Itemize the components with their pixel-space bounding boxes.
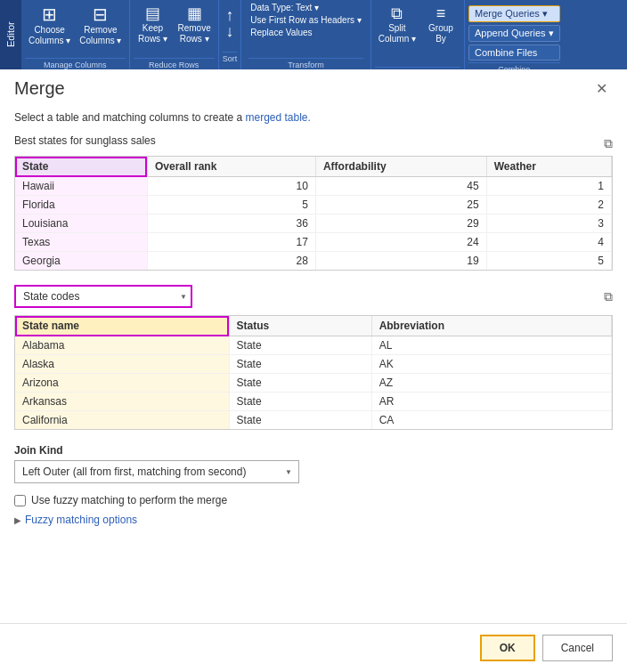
table2-col-status-header[interactable]: Status [229, 316, 371, 336]
first-row-headers-label: Use First Row as Headers ▾ [250, 15, 361, 25]
choose-columns-label: ChooseColumns ▾ [28, 25, 70, 46]
manage-columns-label: Manage Columns [25, 58, 126, 69]
merge-queries-button[interactable]: Merge Queries ▾ [468, 5, 560, 22]
dialog-title: Merge [14, 78, 65, 99]
table2-row4-abbr: AR [371, 393, 611, 411]
manage-columns-section: ⊞ ChooseColumns ▾ ⊟ RemoveColumns ▾ Mana… [21, 0, 130, 69]
table2-dropdown-wrapper: State codes [14, 285, 192, 308]
append-queries-button[interactable]: Append Queries ▾ [468, 25, 560, 42]
table2-row1-abbr: AL [371, 336, 611, 355]
table2-row5-status: State [229, 411, 371, 430]
table1-col-rank-header[interactable]: Overall rank [147, 157, 315, 177]
table2-row3-status: State [229, 374, 371, 393]
table-row: Hawaii 10 45 1 [15, 177, 612, 196]
transform-label: Transform [248, 58, 362, 69]
data-type-button[interactable]: Data Type: Text ▾ [248, 2, 362, 13]
table1-row4-rank: 17 [147, 233, 315, 252]
remove-rows-icon: ▦ [187, 5, 202, 21]
table2-col-name-header[interactable]: State name [15, 316, 229, 336]
sort-desc-icon[interactable]: ↓ [226, 23, 234, 39]
keep-rows-label: KeepRows ▾ [138, 23, 167, 45]
table2-dropdown[interactable]: State codes [14, 285, 192, 308]
table-row: California State CA [15, 411, 612, 430]
table1-row3-weather: 3 [486, 215, 611, 233]
table2: State name Status Abbreviation Alabama S… [15, 316, 612, 429]
join-kind-dropdown-wrapper: Left Outer (all from first, matching fro… [14, 460, 299, 483]
table2-col-abbr-header[interactable]: Abbreviation [371, 316, 611, 336]
table2-row3-name: Arizona [15, 374, 229, 393]
table2-icon[interactable]: ⧉ [604, 289, 613, 304]
table-row: Alabama State AL [15, 336, 612, 355]
fuzzy-options-label: Fuzzy matching options [25, 514, 137, 526]
table1-header-row: Best states for sunglass sales ⧉ [14, 134, 613, 152]
split-column-label: SplitColumn ▾ [379, 23, 416, 45]
sort-asc-icon[interactable]: ↑ [226, 7, 234, 23]
table2-row2-abbr: AK [371, 355, 611, 374]
join-kind-dropdown[interactable]: Left Outer (all from first, matching fro… [14, 460, 299, 483]
ribbon: Editor ⊞ ChooseColumns ▾ ⊟ RemoveColumns… [0, 0, 627, 69]
dialog-subtitle: Select a table and matching columns to c… [14, 111, 613, 124]
table1-row2-affordability: 25 [315, 196, 486, 215]
table-row: Arizona State AZ [15, 374, 612, 393]
table1-row5-state: Georgia [15, 252, 147, 271]
table1-row1-weather: 1 [486, 177, 611, 196]
table1-row1-rank: 10 [147, 177, 315, 196]
combine-files-button[interactable]: Combine Files [468, 45, 560, 61]
keep-rows-icon: ▤ [145, 5, 160, 21]
group-by-label: GroupBy [428, 23, 453, 45]
group-by-icon: ≡ [436, 5, 446, 21]
split-group-section: ⧉ SplitColumn ▾ ≡ GroupBy [371, 0, 465, 69]
dialog-header: Merge ✕ [0, 69, 627, 104]
table1-col-weather-header[interactable]: Weather [486, 157, 611, 177]
table1-row5-weather: 5 [486, 252, 611, 271]
merged-table-link[interactable]: merged table. [245, 111, 310, 124]
table1-row5-rank: 28 [147, 252, 315, 271]
dialog-footer: OK Cancel [0, 623, 627, 672]
replace-values-label: Replace Values [250, 28, 312, 37]
table1-col-affordability-header[interactable]: Affordability [315, 157, 486, 177]
table1-row2-rank: 5 [147, 196, 315, 215]
table2-row2-name: Alaska [15, 355, 229, 374]
fuzzy-options-expander[interactable]: ▶ Fuzzy matching options [14, 514, 613, 526]
ok-button[interactable]: OK [480, 635, 535, 661]
replace-values-button[interactable]: Replace Values [248, 27, 362, 38]
sort-label: Sort [223, 52, 238, 63]
join-kind-label: Join Kind [14, 444, 613, 457]
split-column-button[interactable]: ⧉ SplitColumn ▾ [375, 4, 419, 65]
choose-columns-button[interactable]: ⊞ ChooseColumns ▾ [25, 4, 74, 56]
remove-rows-label: RemoveRows ▾ [178, 23, 211, 45]
remove-rows-button[interactable]: ▦ RemoveRows ▾ [175, 4, 215, 56]
table1-row3-rank: 36 [147, 215, 315, 233]
fuzzy-checkbox-label: Use fuzzy matching to perform the merge [31, 494, 227, 506]
group-by-button[interactable]: ≡ GroupBy [421, 4, 460, 65]
table-row: Louisiana 36 29 3 [15, 215, 612, 233]
table1-col-state-header[interactable]: State [15, 157, 147, 177]
choose-columns-icon: ⊞ [42, 5, 57, 23]
reduce-rows-label: Reduce Rows [134, 58, 215, 69]
table1-name: Best states for sunglass sales [14, 134, 156, 147]
split-column-icon: ⧉ [391, 5, 403, 21]
table1-row4-state: Texas [15, 233, 147, 252]
combine-files-label: Combine Files [475, 47, 537, 58]
table2-container: State name Status Abbreviation Alabama S… [14, 315, 613, 430]
table1-row2-weather: 2 [486, 196, 611, 215]
cancel-button[interactable]: Cancel [542, 635, 613, 661]
join-kind-section: Join Kind Left Outer (all from first, ma… [14, 444, 613, 483]
table2-header-row-el: State name Status Abbreviation [15, 316, 612, 336]
table2-row5-abbr: CA [371, 411, 611, 430]
fuzzy-checkbox[interactable] [14, 495, 26, 506]
merge-queries-label: Merge Queries ▾ [475, 8, 548, 20]
first-row-headers-button[interactable]: Use First Row as Headers ▾ [248, 14, 362, 26]
remove-columns-icon: ⊟ [93, 5, 108, 23]
merge-dialog: Merge ✕ Select a table and matching colu… [0, 69, 627, 672]
keep-rows-button[interactable]: ▤ KeepRows ▾ [134, 4, 173, 56]
data-type-label: Data Type: Text ▾ [250, 3, 319, 12]
table2-row1-name: Alabama [15, 336, 229, 355]
dialog-body: Select a table and matching columns to c… [0, 104, 627, 623]
editor-label: Editor [0, 0, 21, 69]
table1-icon[interactable]: ⧉ [604, 136, 613, 151]
close-button[interactable]: ✕ [590, 78, 613, 99]
table-row: Florida 5 25 2 [15, 196, 612, 215]
remove-columns-button[interactable]: ⊟ RemoveColumns ▾ [76, 4, 125, 56]
reduce-rows-section: ▤ KeepRows ▾ ▦ RemoveRows ▾ Reduce Rows [130, 0, 219, 69]
